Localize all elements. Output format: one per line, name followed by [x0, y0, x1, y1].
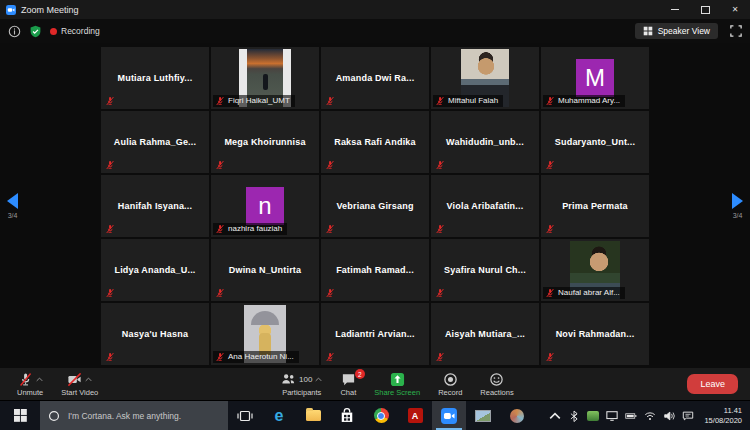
participant-tile-video[interactable]: Miftahul Falah: [431, 47, 539, 109]
muted-mic-icon: [105, 224, 115, 234]
participant-tile-avatar[interactable]: nnazhira fauziah: [211, 175, 319, 237]
participant-tile-name[interactable]: Syafira Nurul Ch...: [431, 239, 539, 301]
toolbar-chat-button[interactable]: 2Chat: [331, 371, 365, 397]
muted-mic-icon: [105, 288, 115, 298]
participant-tile-name[interactable]: Nasya'u Hasna: [101, 303, 209, 365]
participant-tile-name[interactable]: Fatimah Ramad...: [321, 239, 429, 301]
chevron-up-icon[interactable]: [36, 377, 43, 382]
participant-tile-name[interactable]: Mutiara Luthfiy...: [101, 47, 209, 109]
share-screen-icon: [390, 372, 405, 387]
next-page-button[interactable]: 3/4: [732, 193, 743, 219]
taskbar-app-paint[interactable]: [500, 401, 534, 430]
participant-tile-name[interactable]: Mega Khoirunnisa: [211, 111, 319, 173]
participant-name: Aisyah Mutiara_...: [445, 329, 525, 339]
participant-tile-name[interactable]: Lidya Ananda_U...: [101, 239, 209, 301]
recording-dot-icon: [50, 28, 57, 35]
toolbar-start-video-button[interactable]: Start Video: [52, 371, 107, 397]
participant-tile-video[interactable]: Fiqri Haikal_UMT: [211, 47, 319, 109]
taskbar-app-chrome[interactable]: [364, 401, 398, 430]
participant-tile-name[interactable]: Viola Aribafatin...: [431, 175, 539, 237]
participant-name: Ana Haerotun Ni...: [228, 352, 294, 361]
participant-tile-name[interactable]: Raksa Rafi Andika: [321, 111, 429, 173]
muted-mic-icon: [325, 224, 335, 234]
action-center-icon[interactable]: [682, 410, 694, 422]
recording-indicator: Recording: [50, 26, 100, 36]
participant-tile-avatar[interactable]: MMuhammad Ary...: [541, 47, 649, 109]
toolbar-reactions-button[interactable]: Reactions: [471, 371, 522, 397]
taskbar-app-file-explorer[interactable]: [296, 401, 330, 430]
taskbar-app-edge[interactable]: e: [262, 401, 296, 430]
bluetooth-icon[interactable]: [568, 410, 580, 422]
reactions-icon: [489, 372, 504, 387]
toolbar-record-button[interactable]: Record: [429, 371, 471, 397]
info-icon[interactable]: [8, 25, 21, 38]
taskbar-clock[interactable]: 11.41 15/08/2020: [700, 401, 750, 430]
toolbar-participants-button[interactable]: 100Participants: [272, 371, 331, 397]
start-button[interactable]: [0, 401, 40, 430]
display-icon[interactable]: [606, 410, 618, 422]
toolbar-left-group: UnmuteStart Video: [8, 371, 107, 397]
chrome-icon: [373, 408, 389, 424]
fullscreen-icon[interactable]: [730, 25, 742, 37]
chat-badge: 2: [355, 369, 365, 379]
participant-tile-name[interactable]: Dwina N_Untirta: [211, 239, 319, 301]
green-app-icon[interactable]: [587, 410, 599, 422]
leave-button[interactable]: Leave: [687, 374, 738, 394]
close-button[interactable]: [720, 0, 750, 19]
participant-name: Miftahul Falah: [448, 96, 498, 105]
prev-page-arrow-icon: [7, 193, 18, 209]
prev-page-button[interactable]: 3/4: [7, 193, 18, 219]
cortana-search[interactable]: [40, 401, 228, 430]
taskbar-app-zoom[interactable]: [432, 401, 466, 430]
participant-tile-name[interactable]: Aulia Rahma_Ge...: [101, 111, 209, 173]
participant-tile-name[interactable]: Sudaryanto_Unt...: [541, 111, 649, 173]
volume-icon[interactable]: [663, 410, 675, 422]
taskbar-app-store[interactable]: [330, 401, 364, 430]
participant-name-label: Naufal abrar Alf...: [543, 287, 625, 299]
taskbar-app-photos[interactable]: [466, 401, 500, 430]
shield-check-icon[interactable]: [29, 25, 42, 38]
photos-icon: [475, 408, 491, 424]
participant-name-label: Miftahul Falah: [433, 95, 503, 107]
minimize-button[interactable]: [660, 0, 690, 19]
toolbar-share-screen-button[interactable]: Share Screen: [365, 371, 429, 397]
taskbar-apps: eA: [228, 401, 534, 430]
maximize-button[interactable]: [690, 0, 720, 19]
acrobat-icon: A: [407, 408, 423, 424]
edge-icon: e: [271, 408, 287, 424]
search-input[interactable]: [66, 410, 220, 422]
participant-tile-name[interactable]: Hanifah Isyana...: [101, 175, 209, 237]
muted-mic-icon: [545, 352, 555, 362]
chevron-up-icon[interactable]: [315, 377, 322, 382]
participant-tile-video[interactable]: Naufal abrar Alf...: [541, 239, 649, 301]
battery-icon[interactable]: [625, 410, 637, 422]
muted-mic-icon: [215, 160, 225, 170]
participant-tile-name[interactable]: Wahidudin_unb...: [431, 111, 539, 173]
muted-mic-icon: [215, 352, 225, 362]
participant-name: Mutiara Luthfiy...: [118, 73, 193, 83]
chevron-up-icon[interactable]: [549, 410, 561, 422]
participant-tile-name[interactable]: Ladiantri Arvian...: [321, 303, 429, 365]
record-icon: [443, 372, 458, 387]
speaker-view-button[interactable]: Speaker View: [635, 23, 718, 39]
camera-muted-icon: [67, 372, 82, 387]
muted-mic-icon: [545, 160, 555, 170]
chevron-up-icon[interactable]: [85, 377, 92, 382]
participant-tile-name[interactable]: Aisyah Mutiara_...: [431, 303, 539, 365]
muted-mic-icon: [435, 160, 445, 170]
taskbar-app-task-view[interactable]: [228, 401, 262, 430]
participant-tile-name[interactable]: Vebriana Girsang: [321, 175, 429, 237]
toolbar-unmute-button[interactable]: Unmute: [8, 371, 52, 397]
taskbar-app-acrobat[interactable]: A: [398, 401, 432, 430]
participant-tile-name[interactable]: Amanda Dwi Ra...: [321, 47, 429, 109]
participant-tile-name[interactable]: Prima Permata: [541, 175, 649, 237]
participant-tile-name[interactable]: Novi Rahmadan...: [541, 303, 649, 365]
network-icon[interactable]: [644, 410, 656, 422]
meeting-topbar: Recording Speaker View: [0, 19, 750, 43]
toolbar-label: Reactions: [480, 388, 513, 397]
file-explorer-icon: [305, 408, 321, 424]
muted-mic-icon: [435, 288, 445, 298]
window-controls: [660, 0, 750, 19]
participant-tile-video[interactable]: Ana Haerotun Ni...: [211, 303, 319, 365]
participant-name: Lidya Ananda_U...: [114, 265, 195, 275]
